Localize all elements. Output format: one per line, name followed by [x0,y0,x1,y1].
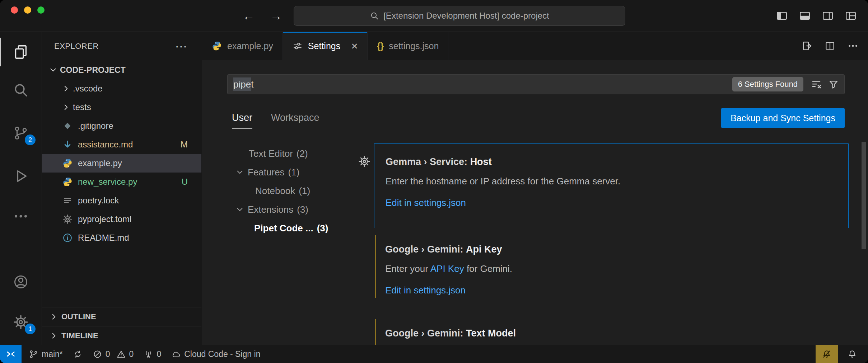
scope-tab-user[interactable]: User [232,112,252,129]
cloud-code-status[interactable]: Cloud Code - Sign in [171,349,260,359]
toggle-panel-icon[interactable] [798,9,811,22]
customize-layout-icon[interactable] [844,9,857,22]
setting-description: Enter the hostname or IP address for the… [386,176,837,186]
toc-features[interactable]: Features (1) [202,163,371,182]
timeline-section-header[interactable]: TIMELINE [42,326,201,345]
errors-icon [93,349,102,359]
window-zoom-button[interactable] [37,6,45,14]
settings-sliders-icon [292,41,303,51]
open-settings-json-icon[interactable] [801,40,813,52]
setting-google-gemini-text-model[interactable]: Google › Gemini: Text Model [374,315,849,345]
chevron-down-icon [235,168,244,177]
settings-search-input[interactable]: pipet 6 Settings Found [227,74,845,94]
backup-and-sync-settings-button[interactable]: Backup and Sync Settings [721,108,845,128]
ports-status[interactable]: 0 [144,349,161,359]
explorer-more-actions-icon[interactable]: ⋯ [175,43,188,50]
chevron-down-icon [48,65,58,75]
scrollbar-thumb[interactable] [862,142,866,249]
back-button[interactable]: ← [243,9,255,23]
search-icon [370,11,379,20]
radio-tower-icon [144,349,153,359]
filter-icon[interactable] [828,79,839,90]
python-file-icon [62,176,73,187]
notifications-bell-icon[interactable] [847,349,857,359]
warnings-icon [116,349,126,359]
tree-item-example-py[interactable]: example.py [42,154,201,173]
outline-section-header[interactable]: OUTLINE [42,307,201,326]
sync-icon [73,349,83,359]
vscode-window: ← → [Extension Development Host] code-pr… [0,0,868,363]
tree-item-new-service-py[interactable]: new_service.py U [42,173,201,191]
tree-item-vscode[interactable]: .vscode [42,79,201,98]
edit-in-settings-json-link[interactable]: Edit in settings.json [386,198,837,208]
chevron-right-icon [61,103,71,112]
activity-more[interactable] [0,202,42,231]
tree-item-assistance-md[interactable]: assistance.md M [42,135,201,154]
close-tab-icon[interactable]: × [351,41,358,51]
remote-indicator[interactable] [0,345,22,363]
do-not-disturb-indicator[interactable] [816,345,838,363]
chevron-right-icon [61,84,71,93]
setting-title: Gemma › Service: Host [386,157,837,167]
chevron-down-icon [235,205,244,214]
tab-bar: example.py Settings × {} settings.json [202,32,868,60]
edit-in-settings-json-link[interactable]: Edit in settings.json [385,285,838,295]
tab-settings[interactable]: Settings × [283,32,368,60]
settings-badge: 1 [25,324,36,334]
toc-extensions[interactable]: Extensions (3) [202,200,371,219]
scope-tab-workspace[interactable]: Workspace [271,112,319,129]
tree-item-tests[interactable]: tests [42,98,201,117]
setting-google-gemini-api-key[interactable]: Google › Gemini: Api Key Enter your API … [374,231,849,303]
tree-item-readme-md[interactable]: README.md [42,228,201,247]
toc-text-editor[interactable]: Text Editor (2) [202,144,371,163]
toc-notebook[interactable]: Notebook (1) [202,182,371,200]
lock-file-icon [62,195,73,206]
setting-title: Google › Gemini: Api Key [385,244,838,254]
tree-item-poetry-lock[interactable]: poetry.lock [42,191,201,210]
toc-pipet-code[interactable]: Pipet Code ... (3) [202,219,371,237]
json-braces-icon: {} [377,41,384,51]
forward-button[interactable]: → [270,9,282,23]
layout-controls [775,0,857,32]
settings-search-value: pipet [233,79,732,90]
cloud-icon [171,349,181,359]
activity-source-control[interactable]: 2 [0,119,42,147]
setting-actions-gear-icon[interactable] [358,155,371,168]
activity-bar: 2 1 [0,32,42,345]
setting-gemma-service-host[interactable]: Gemma › Service: Host Enter the hostname… [374,143,849,228]
window-close-button[interactable] [11,6,18,14]
command-center[interactable]: [Extension Development Host] code-projec… [294,6,625,26]
tree-item-gitignore[interactable]: .gitignore [42,117,201,135]
chevron-right-icon [49,331,59,340]
more-actions-icon[interactable] [847,40,859,52]
sync-changes-button[interactable] [73,349,83,359]
chevron-right-icon [49,312,59,321]
command-center-label: [Extension Development Host] code-projec… [383,11,549,21]
branch-status[interactable]: main* [29,349,63,359]
tab-example-py[interactable]: example.py [202,32,283,60]
settings-scope-tabs: User Workspace [232,112,319,129]
info-icon [62,232,73,243]
api-key-link[interactable]: API Key [430,263,464,274]
activity-explorer[interactable] [0,38,42,66]
activity-settings[interactable]: 1 [0,308,42,336]
activity-run-and-debug[interactable] [0,162,42,190]
file-tree: CODE-PROJECT .vscode tests .gitignore as… [42,61,201,247]
tree-item-pyproject-toml[interactable]: pyproject.toml [42,210,201,228]
window-minimize-button[interactable] [24,6,31,14]
problems-status[interactable]: 0 0 [93,349,134,359]
activity-search[interactable] [0,76,42,104]
activity-accounts[interactable] [0,268,42,296]
tree-root-code-project[interactable]: CODE-PROJECT [42,61,201,79]
files-icon [13,44,29,60]
git-branch-icon [29,349,38,359]
modified-indicator [375,235,376,298]
toggle-secondary-sidebar-icon[interactable] [821,9,834,22]
clear-filters-icon[interactable] [811,79,822,90]
settings-found-badge: 6 Settings Found [732,77,803,91]
toggle-primary-sidebar-icon[interactable] [775,9,788,22]
git-file-icon [62,121,73,131]
modified-indicator [375,319,376,345]
split-editor-icon[interactable] [824,40,836,52]
tab-settings-json[interactable]: {} settings.json [368,32,448,60]
